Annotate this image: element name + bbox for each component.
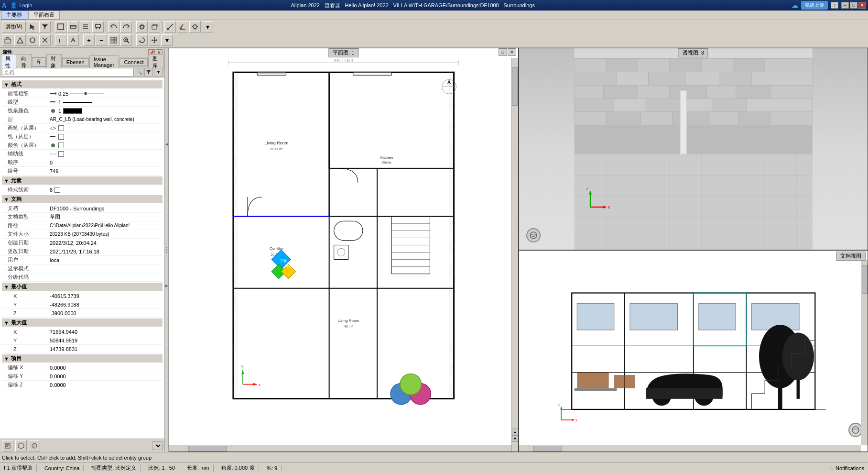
panel-bottom-select[interactable] (152, 441, 163, 450)
section-collapse-icon: ▼ (4, 82, 9, 88)
section-min[interactable]: ▼ 最小值 (2, 283, 163, 291)
close-button[interactable]: ✕ (858, 2, 866, 9)
warning-icon: ⚠ (828, 465, 834, 472)
plan-scroll-h-thumb[interactable] (188, 446, 227, 451)
checkbox-color-layer[interactable] (58, 143, 64, 148)
collapse-left-arrow[interactable]: ◀ (165, 142, 168, 146)
login-label[interactable]: Login (19, 2, 32, 8)
collapse-right-arrow[interactable]: ▶ (165, 284, 168, 288)
select-tool-btn[interactable] (27, 21, 38, 33)
prop-tab-library[interactable]: 库 (32, 57, 46, 66)
viewport-plan[interactable]: 平面图: 1 □ ✕ (169, 48, 519, 452)
tool-btn-more[interactable]: ▾ (202, 21, 213, 33)
panel-bottom-btn1[interactable] (2, 440, 13, 451)
panel-bottom-btn2[interactable] (15, 440, 27, 451)
tb2-btn4[interactable] (39, 34, 51, 46)
section-scroll-thumb[interactable] (862, 265, 868, 294)
prop-aux-line: 辅助线 (2, 150, 163, 158)
prop-tab-ebenen[interactable]: Ebenen (62, 58, 89, 66)
checkbox-aux-line[interactable] (58, 151, 64, 157)
plan-scroll-btn-down[interactable]: ▼ (512, 435, 519, 442)
document-collapse-icon: ▼ (4, 197, 9, 202)
section-element[interactable]: ▼ 元素 (2, 176, 163, 185)
project-collapse-icon: ▼ (4, 356, 9, 362)
prop-tab-connect[interactable]: Connect (119, 58, 148, 66)
viewport-3d[interactable]: 透视图: 3 □ ✕ (519, 48, 868, 250)
prop-val-color-layer (50, 143, 163, 148)
tb2-btn3[interactable] (27, 34, 38, 46)
tb2-zoom-out[interactable]: − (96, 34, 107, 46)
checkbox-style-index[interactable] (54, 187, 60, 193)
left-panel-handle[interactable]: ◀ ▶ (165, 48, 169, 452)
prop-label-max-x: X (2, 329, 50, 335)
tab-main[interactable]: 主要器 (1, 11, 27, 20)
section-scrollbar-v[interactable] (861, 260, 868, 445)
upload-button[interactable]: 稳捷上传 (801, 1, 828, 10)
tb2-btn6[interactable] (67, 34, 79, 46)
tool-btn-6[interactable] (80, 21, 91, 33)
svg-rect-191 (574, 388, 617, 391)
svg-text:y: y (241, 364, 243, 368)
search-more-btn[interactable]: ▾ (154, 68, 163, 77)
orbit-tool-btn[interactable] (526, 228, 541, 242)
tb2-zoom-in[interactable]: + (83, 34, 95, 46)
section-format[interactable]: ▼ 格式 (2, 80, 163, 88)
section-scroll-h-thumb[interactable] (533, 446, 562, 451)
filter-button[interactable] (144, 68, 153, 77)
tb2-more2[interactable]: ▾ (161, 34, 173, 46)
tool-btn-redo[interactable] (120, 21, 132, 33)
checkbox-line-layer[interactable] (58, 134, 64, 140)
svg-line-12 (167, 24, 173, 30)
checkbox-pencil-layer[interactable] (58, 125, 64, 131)
help-key-label: F1 获得帮助 (4, 464, 33, 472)
tab-floor-plan[interactable]: 平面布置 (28, 11, 60, 20)
section-scrollbar-h[interactable] (519, 445, 861, 451)
tool-btn-measure[interactable] (164, 21, 176, 33)
search-input[interactable] (2, 68, 134, 77)
minimize-button[interactable]: ─ (841, 2, 849, 9)
tb2-pan[interactable] (149, 34, 160, 46)
notification-area[interactable]: ⚠ Notifications (828, 465, 864, 472)
search-button[interactable]: 🔍 (135, 68, 143, 77)
tool-btn-5[interactable] (67, 21, 79, 33)
search-bar: 🔍 ▾ (0, 67, 164, 77)
prop-label-max-z: Z (2, 346, 50, 352)
section-max[interactable]: ▼ 最大值 (2, 319, 163, 327)
prop-min-y: Y -48266.9088 (2, 300, 163, 309)
tb2-zoom-fit[interactable] (108, 34, 119, 46)
notifications-label[interactable]: Notifications (835, 465, 864, 471)
tb2-btn5[interactable]: T (55, 34, 66, 46)
tb2-zoom-window[interactable] (120, 34, 132, 46)
section-document[interactable]: ▼ 文档 (2, 195, 163, 203)
prop-label-line-type: 线型 (2, 99, 50, 106)
prop-line-type: 线型 1 (2, 98, 163, 107)
filter-tool-btn[interactable] (39, 21, 51, 33)
plan-scrollbar-h[interactable] (169, 445, 511, 451)
tool-btn-angle[interactable] (177, 21, 188, 33)
tool-btn-3d[interactable] (149, 21, 160, 33)
plan-scrollbar-v[interactable]: ▼ ▲ (511, 58, 518, 451)
svg-rect-142 (640, 112, 672, 125)
viewport-section[interactable]: 文档视图 □ ✕ ✎ (519, 250, 868, 452)
panel-bottom-btn3[interactable]: i (29, 440, 40, 451)
section-project[interactable]: ▼ 项目 (2, 354, 163, 363)
attr-tool-btn[interactable]: 属性(M) (2, 21, 26, 33)
plan-scroll-btn-up[interactable]: ▲ (512, 429, 519, 435)
section-document-label: 文档 (11, 196, 22, 203)
maximize-button[interactable]: □ (850, 2, 857, 9)
tool-btn-7[interactable] (92, 21, 104, 33)
tool-btn-settings[interactable] (136, 21, 148, 33)
section-element-label: 元素 (11, 177, 22, 184)
tb2-btn1[interactable] (2, 34, 13, 46)
tool-btn-4[interactable] (55, 21, 66, 33)
plan-scroll-thumb[interactable] (512, 67, 518, 106)
help-icon[interactable]: ? (831, 2, 838, 9)
prop-label-min-z: Z (2, 310, 50, 316)
bottom-toolbar: Click to select; Ctrl+click to add; Shif… (0, 452, 868, 462)
tool-btn-snap[interactable] (189, 21, 201, 33)
tb2-rotate[interactable] (136, 34, 148, 46)
svg-text:Küche: Küche (382, 161, 391, 164)
tb2-btn2[interactable] (14, 34, 26, 46)
tool-btn-undo[interactable] (108, 21, 119, 33)
prop-offset-z: 偏移 Z 0.0000 (2, 381, 163, 389)
